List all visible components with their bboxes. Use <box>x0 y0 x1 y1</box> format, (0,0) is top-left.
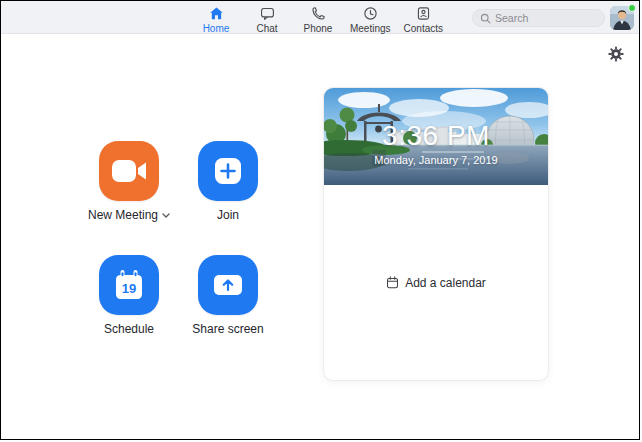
tab-meetings-label: Meetings <box>350 23 391 34</box>
new-meeting-label-row: New Meeting <box>88 208 170 222</box>
home-side-card: 3:36 PM Monday, January 7, 2019 Add a ca… <box>323 87 549 381</box>
action-join: Join <box>198 141 258 222</box>
user-avatar[interactable] <box>610 6 634 30</box>
gear-icon <box>608 46 624 62</box>
tab-contacts-label: Contacts <box>404 23 443 34</box>
tab-meetings[interactable]: Meetings <box>350 1 391 34</box>
schedule-button[interactable]: 19 <box>99 255 159 315</box>
search-field-container <box>472 9 605 27</box>
settings-button[interactable] <box>608 46 624 62</box>
home-action-grid: New Meeting Join <box>99 141 258 336</box>
tab-contacts[interactable]: Contacts <box>404 1 443 34</box>
new-meeting-label: New Meeting <box>88 208 158 222</box>
join-label: Join <box>217 208 239 222</box>
schedule-label: Schedule <box>104 322 154 336</box>
search-icon <box>480 13 491 24</box>
share-screen-label: Share screen <box>192 322 263 336</box>
tab-chat[interactable]: Chat <box>248 1 286 34</box>
tab-phone-label: Phone <box>304 23 333 34</box>
clock-wallpaper: 3:36 PM Monday, January 7, 2019 <box>324 88 548 185</box>
join-button[interactable] <box>198 141 258 201</box>
contacts-icon <box>416 6 431 21</box>
phone-icon <box>310 6 325 21</box>
share-screen-button[interactable] <box>198 255 258 315</box>
new-meeting-button[interactable] <box>99 141 159 201</box>
calendar-icon: 19 <box>114 269 144 301</box>
wallpaper-scene-image <box>324 88 549 185</box>
meetings-icon <box>363 6 378 21</box>
search-input[interactable] <box>495 12 597 24</box>
add-calendar-button[interactable]: Add a calendar <box>386 276 486 290</box>
presence-indicator <box>628 4 636 12</box>
chevron-down-icon[interactable] <box>162 213 170 218</box>
top-navigation-bar: Home Chat Phone Meetings <box>1 1 639 34</box>
tab-home-label: Home <box>203 23 230 34</box>
plus-icon <box>214 157 242 185</box>
tab-chat-label: Chat <box>256 23 277 34</box>
action-new-meeting: New Meeting <box>99 141 159 222</box>
action-share-screen: Share screen <box>198 255 258 336</box>
video-camera-icon <box>111 158 147 184</box>
action-schedule: 19 Schedule <box>99 255 159 336</box>
home-icon <box>208 6 223 21</box>
tab-home[interactable]: Home <box>197 1 235 34</box>
main-nav: Home Chat Phone Meetings <box>197 1 443 34</box>
calendar-day-number: 19 <box>122 281 136 296</box>
tab-phone[interactable]: Phone <box>299 1 337 34</box>
calendar-add-icon <box>386 276 399 289</box>
chat-icon <box>259 6 274 21</box>
add-calendar-label: Add a calendar <box>405 276 486 290</box>
calendar-panel: Add a calendar <box>324 185 548 380</box>
zoom-app-window: Home Chat Phone Meetings <box>0 0 640 440</box>
screen-share-icon <box>213 274 243 296</box>
